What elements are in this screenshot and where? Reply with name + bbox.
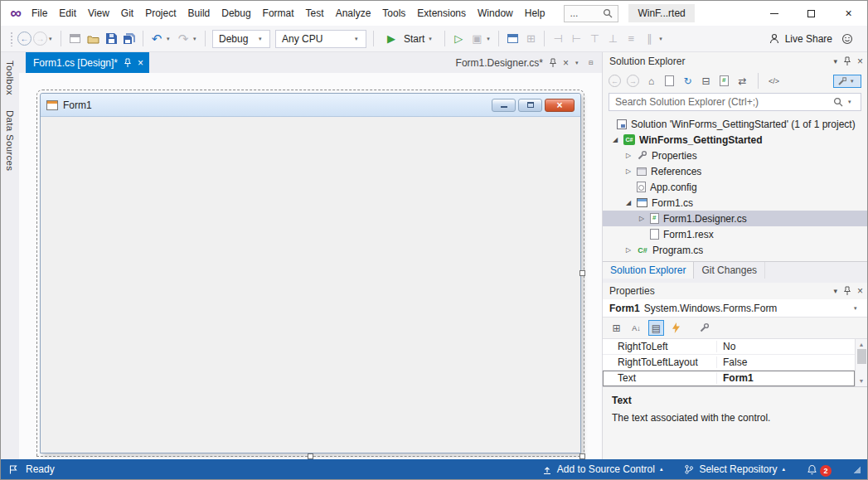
menu-test[interactable]: Test xyxy=(300,4,330,22)
property-value[interactable]: No xyxy=(717,341,855,352)
git-changes-bottom-tab[interactable]: Git Changes xyxy=(694,262,765,279)
resize-handle-bottom[interactable] xyxy=(308,453,313,459)
tree-item-references[interactable]: ▷ References xyxy=(603,163,867,179)
property-value[interactable]: Form1 xyxy=(717,372,855,384)
redo-dropdown-icon[interactable]: ▾ xyxy=(193,36,200,42)
sync-with-active-document-icon[interactable]: ⇄ xyxy=(736,74,749,88)
tab-form1-design[interactable]: Form1.cs [Design]* × xyxy=(26,52,149,73)
events-icon[interactable] xyxy=(668,320,684,336)
expander-icon[interactable]: ▷ xyxy=(624,246,633,254)
tree-item-programcs[interactable]: ▷ C# Program.cs xyxy=(603,242,867,258)
save-button[interactable] xyxy=(103,30,119,48)
alphabetical-sort-icon[interactable]: A↓ xyxy=(628,320,644,336)
menu-view[interactable]: View xyxy=(82,4,115,22)
menu-window[interactable]: Window xyxy=(472,4,519,22)
designer-canvas[interactable]: Form1 × xyxy=(19,73,602,459)
refresh-icon[interactable]: ↻ xyxy=(681,74,694,88)
make-same-size-button[interactable]: ∥ xyxy=(641,30,657,48)
resize-grip-icon[interactable] xyxy=(853,466,861,473)
tree-item-form1cs[interactable]: ◢ Form1.cs xyxy=(603,195,867,211)
tab-form1-designer-cs[interactable]: Form1.Designer.cs* × xyxy=(456,52,575,73)
menu-help[interactable]: Help xyxy=(519,4,551,22)
property-row-righttoleftlayout[interactable]: RightToLeftLayout False xyxy=(603,355,855,371)
active-files-dropdown-icon[interactable]: ▾ xyxy=(575,60,582,66)
close-panel-icon[interactable]: × xyxy=(857,285,863,297)
resize-handle-right[interactable] xyxy=(579,270,585,276)
menu-file[interactable]: File xyxy=(26,4,53,22)
properties-header[interactable]: Properties ▾ × xyxy=(603,283,867,299)
scroll-up-icon[interactable]: ▲ xyxy=(859,340,865,349)
live-share-button[interactable]: Live Share xyxy=(769,33,832,45)
align-lefts-button[interactable]: ⊣ xyxy=(550,30,566,48)
form-maximize-button[interactable] xyxy=(518,99,542,112)
send-feedback-button[interactable] xyxy=(839,30,856,48)
undo-dropdown-icon[interactable]: ▾ xyxy=(167,36,173,42)
menu-tools[interactable]: Tools xyxy=(376,4,411,22)
show-all-files-icon[interactable] xyxy=(718,74,730,88)
pin-icon[interactable] xyxy=(843,286,851,296)
properties-window-toggle[interactable]: ▾ xyxy=(833,75,861,88)
align-tops-button[interactable]: ⊤ xyxy=(586,30,603,48)
property-value[interactable]: False xyxy=(717,356,855,368)
maximize-button[interactable] xyxy=(793,1,830,26)
open-file-button[interactable] xyxy=(85,30,101,48)
back-icon[interactable]: ← xyxy=(609,75,621,87)
scrollbar-thumb[interactable] xyxy=(857,349,866,364)
categorized-icon[interactable]: ⊞ xyxy=(609,320,624,336)
view-code-button[interactable] xyxy=(504,30,521,48)
select-repository-button[interactable]: Select Repository ▴ xyxy=(684,463,785,475)
forward-icon[interactable]: → xyxy=(627,75,639,87)
collapse-all-icon[interactable]: ⊟ xyxy=(700,74,712,88)
navigate-back-button[interactable]: ← xyxy=(17,32,32,46)
start-debugging-button[interactable]: ▶ Start ▾ xyxy=(379,30,439,48)
tree-item-solution[interactable]: Solution 'WinForms_GettingStarted' (1 of… xyxy=(603,116,867,132)
menu-project[interactable]: Project xyxy=(139,4,182,22)
menu-extensions[interactable]: Extensions xyxy=(411,4,472,22)
tree-item-form1-designer[interactable]: ▷ Form1.Designer.cs xyxy=(603,211,867,226)
solution-platform-dropdown[interactable]: Any CPU ▾ xyxy=(275,30,366,48)
scroll-down-icon[interactable]: ▼ xyxy=(859,376,865,385)
property-row-righttoleft[interactable]: RightToLeft No xyxy=(603,339,855,355)
tab-close-icon[interactable]: × xyxy=(138,57,143,69)
search-options-icon[interactable]: ▾ xyxy=(848,99,855,105)
solution-explorer-bottom-tab[interactable]: Solution Explorer xyxy=(603,262,694,279)
solution-configuration-dropdown[interactable]: Debug ▾ xyxy=(212,30,270,48)
pin-icon[interactable] xyxy=(124,58,132,68)
expander-icon[interactable]: ◢ xyxy=(611,136,619,143)
menu-build[interactable]: Build xyxy=(182,4,216,22)
tree-item-form1-resx[interactable]: Form1.resx xyxy=(603,226,867,242)
quick-search-box[interactable]: ... xyxy=(564,5,618,22)
tree-item-properties[interactable]: ▷ Properties xyxy=(603,148,867,163)
save-all-button[interactable] xyxy=(121,30,138,48)
align-rights-button[interactable]: ⊢ xyxy=(568,30,584,48)
redo-button[interactable]: ↷ xyxy=(175,30,192,48)
property-pages-icon[interactable] xyxy=(696,320,712,336)
window-position-icon[interactable]: ▾ xyxy=(833,57,837,65)
tree-item-project[interactable]: ◢ C# WinForms_GettingStarted xyxy=(603,132,867,148)
form-preview[interactable]: Form1 × xyxy=(40,93,581,453)
data-sources-tab[interactable]: Data Sources xyxy=(5,110,15,171)
object-selector-dropdown[interactable]: Form1 System.Windows.Forms.Form ▾ xyxy=(603,299,867,318)
toolbox-tab[interactable]: Toolbox xyxy=(5,61,15,95)
align-middles-button[interactable]: ≡ xyxy=(623,30,639,48)
form-titlebar[interactable]: Form1 × xyxy=(41,94,580,117)
navigation-dropdown-icon[interactable]: ▾ xyxy=(49,36,56,42)
chevron-down-icon[interactable]: ▾ xyxy=(487,36,493,42)
expander-icon[interactable]: ▷ xyxy=(624,152,633,159)
close-button[interactable]: × xyxy=(830,1,867,26)
expander-icon[interactable]: ▷ xyxy=(638,215,646,222)
form-client-area[interactable] xyxy=(41,117,580,453)
window-layout-icon[interactable]: ⊟ xyxy=(589,60,595,66)
pin-icon[interactable] xyxy=(843,56,851,66)
toolbar-overflow-icon[interactable]: ▾ xyxy=(659,36,666,42)
tab-close-icon[interactable]: × xyxy=(563,57,569,69)
expander-icon[interactable]: ◢ xyxy=(624,199,633,206)
switch-views-icon[interactable] xyxy=(663,74,676,88)
form-minimize-button[interactable] xyxy=(492,99,516,112)
window-position-icon[interactable]: ▾ xyxy=(833,287,837,295)
home-icon[interactable]: ⌂ xyxy=(645,74,657,88)
view-code-icon[interactable]: </> xyxy=(768,74,780,88)
menu-debug[interactable]: Debug xyxy=(216,4,256,22)
property-row-text[interactable]: Text Form1 xyxy=(603,371,855,386)
attach-to-process-button[interactable]: ▣ xyxy=(468,30,485,48)
